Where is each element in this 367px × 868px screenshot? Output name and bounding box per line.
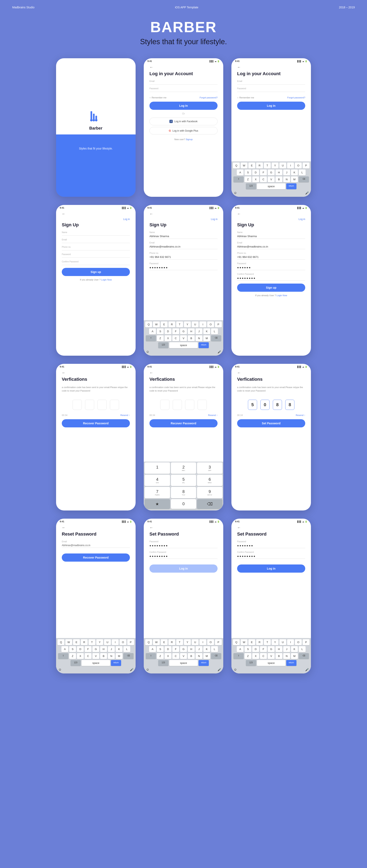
key-y[interactable]: Y [272, 639, 279, 645]
key-c[interactable]: C [260, 653, 267, 659]
key-z[interactable]: Z [69, 653, 76, 659]
key-c[interactable]: C [172, 335, 179, 341]
resend-link[interactable]: Resend ↑ [120, 414, 130, 416]
signup-button[interactable]: Sign up [62, 268, 130, 276]
back-arrow[interactable]: ← [237, 526, 305, 530]
key-x[interactable]: X [252, 177, 259, 182]
key-x[interactable]: X [165, 335, 171, 341]
key-q[interactable]: Q [145, 639, 152, 645]
key-v[interactable]: V [268, 653, 275, 659]
key-k[interactable]: K [116, 646, 122, 652]
key-k[interactable]: K [203, 646, 210, 652]
key-x[interactable]: X [77, 653, 84, 659]
key-w[interactable]: W [241, 639, 248, 645]
key-e[interactable]: E [73, 639, 80, 645]
key-f[interactable]: F [260, 646, 267, 652]
key-p[interactable]: P [303, 162, 310, 168]
key-d[interactable]: D [252, 169, 259, 176]
key-backspace[interactable]: ⌫ [211, 653, 221, 659]
key-a[interactable]: A [237, 169, 244, 176]
key-space[interactable]: space [169, 342, 198, 348]
key-f[interactable]: F [260, 169, 267, 176]
key-w[interactable]: W [241, 162, 248, 168]
resend-link[interactable]: Resend ↑ [296, 414, 305, 416]
key-o[interactable]: O [207, 639, 214, 645]
key-j[interactable]: J [196, 329, 202, 334]
key-j[interactable]: J [283, 646, 290, 652]
key-t[interactable]: T [264, 639, 271, 645]
key-p[interactable]: P [215, 639, 222, 645]
code-box-4[interactable] [198, 400, 207, 410]
key-backspace[interactable]: ⌫ [299, 653, 309, 659]
key-k[interactable]: K [291, 169, 298, 176]
key-n[interactable]: N [108, 653, 115, 659]
key-s[interactable]: S [157, 646, 164, 652]
mic-icon[interactable]: 🎤 [218, 350, 221, 353]
signup-link[interactable]: Signup [186, 138, 193, 141]
key-f[interactable]: F [172, 646, 179, 652]
key-return[interactable]: return [286, 660, 297, 666]
login-button[interactable]: Log in [149, 564, 218, 572]
key-m[interactable]: M [291, 177, 298, 182]
key-h[interactable]: H [276, 169, 282, 176]
key-7[interactable]: 7PQRS [145, 487, 170, 498]
code-box-4[interactable]: 8 [285, 400, 294, 410]
resend-link[interactable]: Resend ↑ [208, 414, 218, 416]
key-u[interactable]: U [192, 321, 199, 328]
key-e[interactable]: E [161, 639, 168, 645]
key-i[interactable]: I [287, 162, 294, 168]
key-j[interactable]: J [108, 646, 115, 652]
key-v[interactable]: V [180, 653, 187, 659]
key-z[interactable]: Z [245, 653, 251, 659]
key-h[interactable]: H [100, 646, 107, 652]
key-j[interactable]: J [283, 169, 290, 176]
key-s[interactable]: S [157, 329, 164, 334]
key-n[interactable]: N [283, 653, 290, 659]
key-5[interactable]: 5JKL [171, 475, 196, 486]
key-l[interactable]: L [299, 169, 306, 176]
key-star[interactable]: ★ [145, 499, 170, 509]
key-s[interactable]: S [245, 646, 251, 652]
key-m[interactable]: M [203, 653, 210, 659]
key-h[interactable]: H [188, 329, 195, 334]
key-shift[interactable]: ⇧ [146, 335, 156, 341]
key-l[interactable]: L [211, 646, 218, 652]
login-link[interactable]: Log in [149, 218, 218, 221]
key-space[interactable]: space [257, 183, 285, 189]
key-return[interactable]: return [111, 660, 121, 666]
key-i[interactable]: I [112, 639, 119, 645]
code-box-2[interactable] [85, 400, 94, 410]
mic-icon[interactable]: 🎤 [305, 191, 309, 194]
key-w[interactable]: W [153, 321, 160, 328]
key-p[interactable]: P [303, 639, 310, 645]
signup-button[interactable]: Sign up [237, 284, 305, 292]
key-r[interactable]: R [81, 639, 88, 645]
code-box-1[interactable] [160, 400, 169, 410]
recover-password-button[interactable]: Recover Password [149, 419, 218, 427]
key-b[interactable]: B [188, 653, 195, 659]
key-m[interactable]: M [291, 653, 298, 659]
key-a[interactable]: A [149, 329, 156, 334]
key-space[interactable]: space [257, 660, 285, 666]
key-g[interactable]: G [268, 169, 275, 176]
key-backspace[interactable]: ⌫ [299, 177, 309, 182]
key-d[interactable]: D [165, 329, 171, 334]
key-return[interactable]: return [199, 660, 209, 666]
key-c[interactable]: C [172, 653, 179, 659]
login-button[interactable]: Log in [237, 564, 305, 572]
key-b[interactable]: B [276, 177, 282, 182]
key-z[interactable]: Z [157, 335, 164, 341]
forgot-password-link[interactable]: Forgot password? [287, 96, 305, 99]
code-box-1[interactable]: 5 [248, 400, 257, 410]
key-f[interactable]: F [85, 646, 91, 652]
back-arrow[interactable]: ← [149, 65, 218, 69]
code-box-3[interactable]: 8 [273, 400, 282, 410]
key-k[interactable]: K [291, 646, 298, 652]
key-b[interactable]: B [276, 653, 282, 659]
key-t[interactable]: T [264, 162, 271, 168]
key-v[interactable]: V [92, 653, 99, 659]
mic-icon[interactable]: 🎤 [305, 668, 309, 671]
key-e[interactable]: E [248, 639, 255, 645]
recover-password-button[interactable]: Recover Password [62, 554, 130, 562]
code-box-1[interactable] [73, 400, 82, 410]
